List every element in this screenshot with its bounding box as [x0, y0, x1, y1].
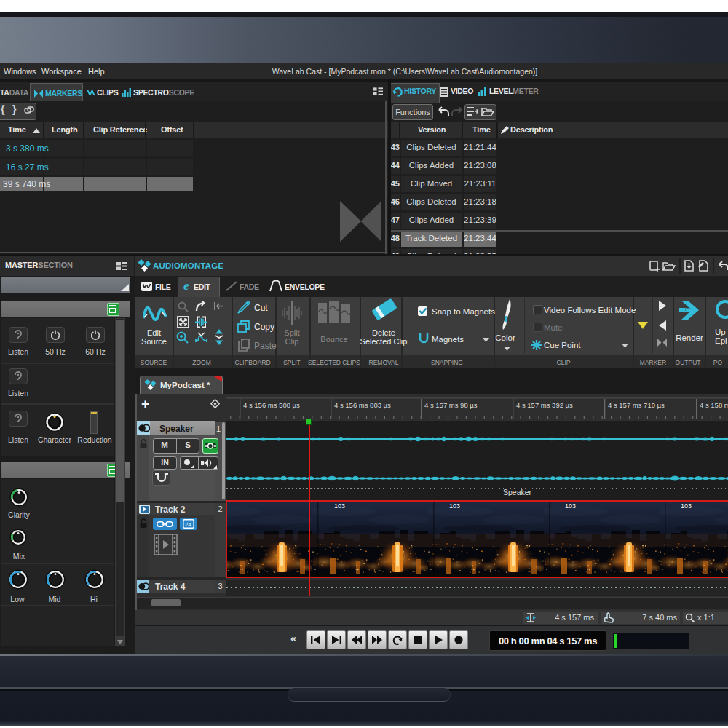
svg-text:4 s 158 m: 4 s 158 m [700, 401, 728, 409]
svg-text:4 s 156 ms 508 µs: 4 s 156 ms 508 µs [243, 401, 300, 409]
svg-text:4 s 156 ms 803 µs: 4 s 156 ms 803 µs [334, 401, 391, 409]
svg-text:4 s 157 ms 98 µs: 4 s 157 ms 98 µs [424, 401, 478, 409]
svg-text:4 s 157 ms 710 µs: 4 s 157 ms 710 µs [608, 401, 665, 409]
svg-text:4 s 157 ms 392 µs: 4 s 157 ms 392 µs [516, 401, 573, 409]
svg-text:24: 24 [185, 521, 191, 528]
